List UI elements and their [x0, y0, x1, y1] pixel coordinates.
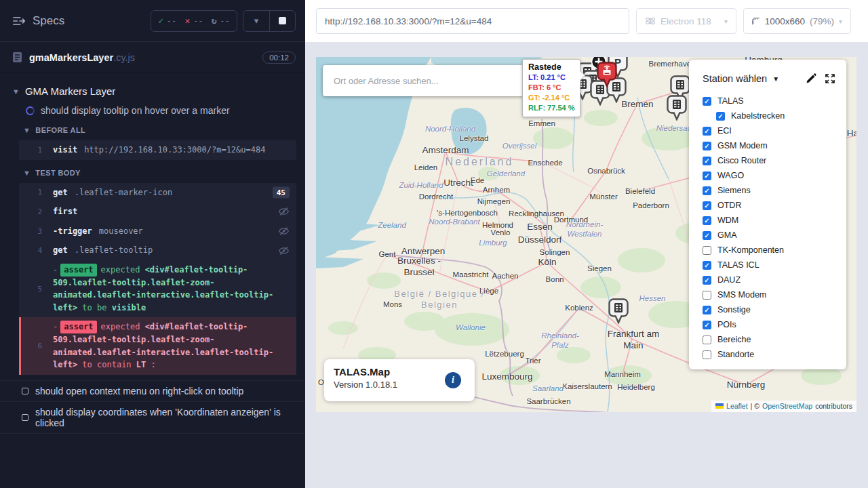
specs-toggle[interactable]: Specs — [12, 14, 64, 28]
section-before-all[interactable]: ▼ BEFORE ALL — [0, 120, 305, 138]
layer-checkbox-siemens[interactable]: ✓Siemens — [703, 183, 846, 198]
layer-checkbox-sms-modem[interactable]: SMS Modem — [703, 287, 846, 302]
stat-pending: ↻-- — [212, 16, 230, 26]
command-assert-passed[interactable]: 5-assertexpected <div#leaflet-tooltip-50… — [19, 260, 296, 317]
marker-tooltip[interactable]: Rastede LT: 0.21 °CFBT: 6 °CGT: -2.14 °C… — [522, 59, 580, 117]
layer-checkbox-gsm-modem[interactable]: ✓GSM Modem — [703, 138, 846, 153]
chevron-down-icon: ▾ — [254, 16, 259, 26]
test-report: ▼ GMA Markers Layer should display toolt… — [0, 73, 305, 434]
eye-slash-icon — [278, 207, 290, 217]
layer-checkbox-cisco-router[interactable]: ✓Cisco Router — [703, 153, 846, 168]
checkbox-checked-icon: ✓ — [703, 276, 711, 285]
command-body: get.leaflet-marker-icon — [53, 183, 296, 203]
layer-checkbox-wdm[interactable]: ✓WDM — [703, 213, 846, 228]
viewport-size: 1000x660 — [765, 16, 805, 26]
leaflet-link[interactable]: Leaflet — [726, 402, 748, 410]
spec-name: gmaMarkersLayer.cy.js — [29, 52, 135, 63]
checkbox-checked-icon: ✓ — [703, 216, 711, 225]
section-test-body[interactable]: ▼ TEST BODY — [0, 163, 305, 180]
station-marker-icon[interactable] — [608, 298, 629, 324]
tooltip-measurement: FBT: 6 °C — [528, 83, 574, 93]
command-assert-failed[interactable]: 6-assertexpected <div#leaflet-tooltip-50… — [19, 317, 296, 374]
layer-checkbox-eci[interactable]: ✓ECI — [703, 123, 846, 138]
command-row[interactable]: 1visithttp://192.168.10.33:3000/?m=12&u=… — [19, 140, 296, 160]
viewport-zoom: (79%) — [810, 16, 834, 26]
chevron-down-icon: ▾ — [724, 18, 728, 25]
fullscreen-expand-icon[interactable] — [825, 73, 835, 84]
stop-button[interactable] — [269, 11, 295, 31]
assert-badge: assert — [60, 321, 96, 333]
ukraine-flag-icon — [715, 403, 724, 409]
checkbox-checked-icon: ✓ — [703, 186, 711, 195]
viewport-selector[interactable]: 1000x660 (79%) ▾ — [743, 8, 851, 34]
command-body: -triggermouseover — [53, 222, 296, 241]
assert-badge: assert — [60, 264, 96, 277]
checkbox-checked-icon: ✓ — [716, 112, 725, 121]
cypress-reporter: Specs ✓-- ✕-- ↻-- ▾ gmaMarkersLayer.cy.j… — [0, 0, 305, 488]
pending-test[interactable]: should display coordinates when 'Koordin… — [0, 401, 305, 433]
chevron-down-icon: ▾ — [839, 18, 842, 25]
runner-stage: http://192.168.10.33:3000/?m=12&u=484 El… — [305, 0, 868, 488]
selected-station-marker-icon[interactable] — [597, 62, 617, 87]
electron-icon — [645, 16, 656, 26]
map-version-box: TALAS.Map Version 1.0.18.1 i — [324, 359, 475, 401]
before-all-commands: 1visithttp://192.168.10.33:3000/?m=12&u=… — [19, 140, 296, 160]
pending-test-icon — [22, 414, 28, 421]
active-test[interactable]: should display tooltip on hover over a m… — [0, 101, 305, 120]
stat-passed: ✓-- — [158, 16, 176, 26]
command-number: 1 — [19, 146, 53, 155]
specs-list-icon — [12, 16, 26, 26]
command-body: visithttp://192.168.10.33:3000/?m=12&u=4… — [53, 140, 296, 160]
leaflet-map[interactable]: HamburgBremerhavenBremenEmmenNiedersachs… — [316, 57, 856, 412]
reporter-header: Specs ✓-- ✕-- ↻-- ▾ — [0, 0, 305, 42]
browser-selector[interactable]: Electron 118 ▾ — [636, 8, 736, 34]
spec-file-icon — [12, 52, 22, 63]
layer-checkbox-kabelstrecken[interactable]: ✓Kabelstrecken — [703, 108, 846, 123]
map-search-box[interactable]: Ort oder Adresse suchen... — [323, 65, 526, 96]
collapse-all-button[interactable]: ▾ — [243, 11, 269, 31]
spec-row[interactable]: gmaMarkersLayer.cy.js 00:12 — [0, 42, 305, 73]
map-attribution: Leaflet | © OpenStreetMap contributors — [711, 401, 856, 412]
pending-test[interactable]: should open context menu on right-click … — [0, 380, 305, 401]
layer-checkbox-sonstige[interactable]: ✓Sonstige — [703, 302, 846, 317]
pending-tests: should open context menu on right-click … — [0, 380, 305, 434]
command-body: first — [53, 202, 296, 222]
edit-pencil-icon[interactable] — [806, 73, 816, 84]
layer-checkbox-gma[interactable]: ✓GMA — [703, 228, 846, 243]
command-row[interactable]: 4get.leaflet-tooltip — [19, 241, 296, 260]
checkbox-checked-icon: ✓ — [703, 231, 711, 240]
restart-icon: ↻ — [212, 16, 217, 26]
chevron-down-icon: ▼ — [12, 87, 20, 96]
test-title: should display tooltip on hover over a m… — [41, 105, 230, 116]
test-stats: ✓-- ✕-- ↻-- — [151, 10, 237, 32]
command-number: 4 — [19, 246, 53, 255]
command-row[interactable]: 3-triggermouseover — [19, 222, 296, 241]
eye-slash-icon — [278, 226, 290, 237]
command-number: 5 — [19, 285, 53, 293]
command-row[interactable]: 1get.leaflet-marker-icon45 — [19, 183, 296, 203]
layer-checkbox-otdr[interactable]: ✓OTDR — [703, 198, 846, 213]
info-icon[interactable]: i — [445, 372, 461, 388]
checkbox-checked-icon: ✓ — [703, 171, 711, 180]
layer-checkbox-talas-icl[interactable]: ✓TALAS ICL — [703, 258, 846, 272]
layer-checkbox-wago[interactable]: ✓WAGO — [703, 168, 846, 183]
command-row[interactable]: 2first — [19, 202, 296, 222]
osm-link[interactable]: OpenStreetMap — [762, 402, 812, 410]
layer-checkbox-dauz[interactable]: ✓DAUZ — [703, 272, 846, 287]
layer-checkbox-tk-komponenten[interactable]: TK-Komponenten — [703, 243, 846, 258]
suite-header[interactable]: ▼ GMA Markers Layer — [0, 81, 305, 101]
station-marker-icon[interactable] — [667, 95, 687, 121]
layer-checkbox-standorte[interactable]: Standorte — [703, 347, 846, 362]
test-running-spinner-icon — [26, 106, 35, 115]
url-text: http://192.168.10.33:3000/?m=12&u=484 — [325, 16, 492, 26]
x-icon: ✕ — [184, 16, 190, 26]
layer-checkbox-bereiche[interactable]: Bereiche — [703, 332, 846, 347]
tooltip-measurement: LT: 0.21 °C — [528, 73, 574, 83]
checkbox-unchecked-icon — [703, 336, 711, 344]
checkbox-checked-icon: ✓ — [703, 142, 711, 150]
stat-failed: ✕-- — [184, 16, 203, 26]
chevron-down-icon[interactable]: ▼ — [772, 75, 779, 83]
layer-checkbox-talas[interactable]: ✓TALAS — [703, 94, 846, 108]
address-bar[interactable]: http://192.168.10.33:3000/?m=12&u=484 — [316, 8, 629, 34]
layer-checkbox-pois[interactable]: ✓POIs — [703, 317, 846, 332]
